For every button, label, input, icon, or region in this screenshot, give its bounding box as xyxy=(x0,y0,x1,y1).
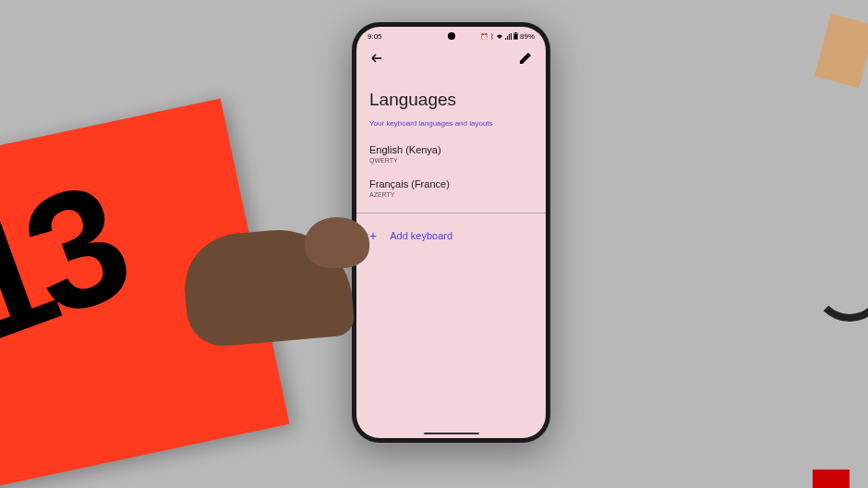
language-layout: AZERTY xyxy=(369,191,533,198)
language-item-english[interactable]: English (Kenya) QWERTY xyxy=(356,137,546,171)
background-object xyxy=(814,14,868,89)
back-button[interactable] xyxy=(369,51,384,66)
plus-icon: + xyxy=(369,228,377,243)
box-number: 13 xyxy=(0,148,140,382)
cable xyxy=(813,248,868,322)
phone-screen: 9:05 ⏰ ᛒ 89% xyxy=(356,27,546,438)
add-keyboard-button[interactable]: + Add keyboard xyxy=(356,221,546,250)
signal-icon xyxy=(505,33,512,41)
page-title: Languages xyxy=(356,73,546,117)
divider xyxy=(356,213,546,214)
battery-icon xyxy=(513,32,518,41)
alarm-icon: ⏰ xyxy=(480,33,488,41)
phone-device: 9:05 ⏰ ᛒ 89% xyxy=(352,22,550,443)
status-time: 9:05 xyxy=(368,32,382,41)
language-name: English (Kenya) xyxy=(369,144,533,155)
camera-hole xyxy=(448,32,455,40)
battery-percent: 89% xyxy=(520,32,535,41)
language-name: Français (France) xyxy=(369,178,533,189)
status-icons: ⏰ ᛒ 89% xyxy=(480,32,535,41)
svg-rect-2 xyxy=(513,34,517,40)
top-bar xyxy=(356,43,546,73)
red-tag xyxy=(813,470,850,488)
nav-bar-indicator[interactable] xyxy=(424,433,479,434)
language-item-french[interactable]: Français (France) AZERTY xyxy=(356,171,546,205)
add-keyboard-label: Add keyboard xyxy=(390,230,452,241)
language-layout: QWERTY xyxy=(369,157,533,164)
wifi-icon xyxy=(496,33,503,41)
bluetooth-icon: ᛒ xyxy=(490,33,494,40)
page-subtitle: Your keyboard languages and layouts xyxy=(356,117,546,137)
finger-tip xyxy=(305,217,369,268)
edit-button[interactable] xyxy=(518,51,533,66)
